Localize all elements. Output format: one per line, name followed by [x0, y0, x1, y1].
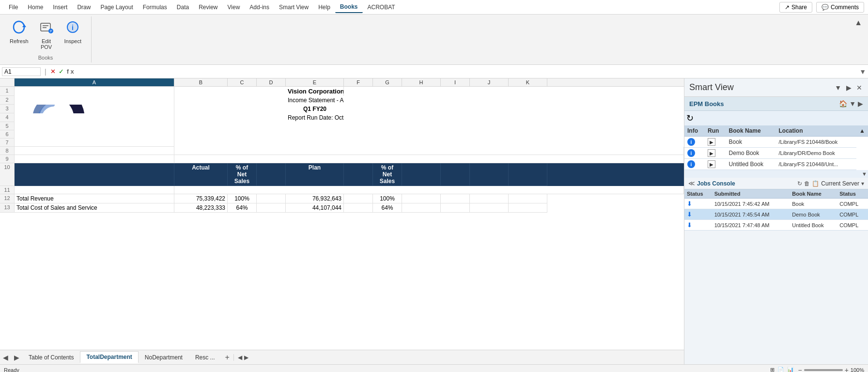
cell-E12-plan[interactable]: 76,932,643: [286, 194, 344, 203]
menu-formulas[interactable]: Formulas: [138, 2, 172, 13]
cell-C12-pct1[interactable]: 100%: [228, 194, 257, 203]
tab-no-department[interactable]: NoDepartment: [139, 352, 189, 363]
formula-input[interactable]: [76, 68, 857, 76]
epm-books-expand-icon[interactable]: ▼: [849, 100, 856, 108]
menu-view[interactable]: View: [223, 2, 245, 13]
job-bookname-2[interactable]: Untitled Book: [790, 220, 837, 231]
tab-next-arrow[interactable]: ▶: [244, 354, 248, 361]
epm-refresh-icon[interactable]: ↻: [686, 113, 694, 123]
page-break-icon[interactable]: 📊: [787, 367, 794, 372]
book-info-btn-2[interactable]: i: [687, 160, 695, 168]
tab-scroll-left[interactable]: ◀: [0, 352, 11, 363]
col-header-J[interactable]: J: [470, 78, 509, 86]
share-button[interactable]: ↗ Share: [779, 2, 812, 13]
job-dl-1[interactable]: ⬇: [684, 209, 712, 220]
cell-A12-label[interactable]: Total Revenue: [15, 194, 174, 203]
ribbon-collapse-button[interactable]: ▲: [852, 16, 864, 29]
cell-B13-actual[interactable]: 48,223,333: [174, 203, 228, 213]
page-layout-icon[interactable]: 📄: [777, 367, 784, 372]
menu-draw[interactable]: Draw: [72, 2, 95, 13]
job-download-icon-0[interactable]: ⬇: [687, 200, 692, 207]
menu-insert[interactable]: Insert: [48, 2, 72, 13]
zoom-slider[interactable]: [804, 369, 843, 371]
col-header-F[interactable]: F: [344, 78, 373, 86]
insert-function-icon[interactable]: f x: [67, 68, 74, 75]
book-run-2[interactable]: ▶: [705, 159, 726, 170]
col-header-A[interactable]: A: [15, 78, 174, 86]
formula-expand-button[interactable]: ▼: [859, 68, 866, 76]
book-info-0[interactable]: i: [684, 137, 705, 148]
grid-scroll[interactable]: 1 Vision Corporation: [0, 87, 684, 350]
book-info-2[interactable]: i: [684, 159, 705, 170]
col-header-E[interactable]: E: [286, 78, 344, 86]
cancel-formula-icon[interactable]: ✕: [50, 68, 56, 75]
col-header-C[interactable]: C: [228, 78, 257, 86]
book-info-btn-0[interactable]: i: [687, 138, 695, 146]
comments-button[interactable]: 💬 Comments: [816, 2, 864, 13]
jobs-refresh-icon[interactable]: ↻: [797, 180, 802, 187]
col-header-D[interactable]: D: [257, 78, 286, 86]
jobs-console-collapse-icon[interactable]: ≪: [688, 180, 695, 187]
menu-page-layout[interactable]: Page Layout: [95, 2, 138, 13]
cell-C13-pct1[interactable]: 64%: [228, 203, 257, 213]
cell-G12-pct2[interactable]: 100%: [373, 194, 402, 203]
job-bookname-1[interactable]: Demo Book: [790, 209, 837, 220]
menu-file[interactable]: File: [4, 2, 23, 13]
jobs-server-dropdown[interactable]: ▾: [861, 180, 864, 187]
col-header-I[interactable]: I: [441, 78, 470, 86]
normal-view-icon[interactable]: ⊞: [770, 367, 775, 372]
menu-acrobat[interactable]: ACROBAT: [363, 2, 400, 13]
col-header-G[interactable]: G: [373, 78, 402, 86]
menu-home[interactable]: Home: [23, 2, 48, 13]
menu-review[interactable]: Review: [194, 2, 222, 13]
book-run-btn-1[interactable]: ▶: [708, 149, 715, 157]
book-info-btn-1[interactable]: i: [687, 149, 695, 157]
epm-books-more-icon[interactable]: ▶: [858, 100, 863, 108]
menu-smart-view[interactable]: Smart View: [274, 2, 313, 13]
tab-add-button[interactable]: +: [221, 351, 233, 364]
book-run-btn-2[interactable]: ▶: [708, 160, 715, 168]
job-download-icon-1[interactable]: ⬇: [687, 211, 692, 218]
inspect-button[interactable]: i Inspect: [61, 16, 85, 53]
tab-resc[interactable]: Resc ...: [189, 352, 221, 363]
jobs-delete-icon[interactable]: 🗑: [804, 180, 810, 187]
job-bookname-0[interactable]: Book: [790, 199, 837, 209]
col-header-B[interactable]: B: [174, 78, 228, 86]
col-header-H[interactable]: H: [402, 78, 441, 86]
sv-expand-icon[interactable]: ▶: [845, 83, 852, 93]
menu-help[interactable]: Help: [313, 2, 335, 13]
confirm-formula-icon[interactable]: ✓: [59, 68, 64, 75]
refresh-button[interactable]: Refresh: [6, 16, 32, 53]
book-name-2[interactable]: Untitled Book: [726, 159, 776, 170]
menu-addins[interactable]: Add-ins: [245, 2, 274, 13]
cell-E13-plan[interactable]: 44,107,044: [286, 203, 344, 213]
tab-total-department[interactable]: TotalDepartment: [80, 351, 138, 363]
sv-dropdown-icon[interactable]: ▼: [834, 83, 842, 93]
zoom-in-button[interactable]: +: [845, 366, 849, 372]
epm-books-home-icon[interactable]: 🏠: [839, 100, 847, 108]
job-dl-0[interactable]: ⬇: [684, 199, 712, 209]
tab-table-of-contents[interactable]: Table of Contents: [22, 352, 80, 363]
cell-A13-label[interactable]: Total Cost of Sales and Service: [15, 203, 174, 213]
job-dl-2[interactable]: ⬇: [684, 220, 712, 231]
edit-pov-button[interactable]: P Edit POV: [34, 16, 59, 53]
cell-reference-input[interactable]: [2, 67, 41, 76]
book-run-1[interactable]: ▶: [705, 148, 726, 159]
menu-books[interactable]: Books: [335, 1, 363, 13]
job-download-icon-2[interactable]: ⬇: [687, 221, 692, 229]
tab-scroll-right[interactable]: ▶: [11, 352, 22, 363]
cell-G13-pct2[interactable]: 64%: [373, 203, 402, 213]
cell-B12-actual[interactable]: 75,339,422: [174, 194, 228, 203]
zoom-out-button[interactable]: −: [798, 366, 802, 372]
book-run-btn-0[interactable]: ▶: [708, 138, 715, 146]
jobs-copy-icon[interactable]: 📋: [812, 180, 819, 187]
book-run-0[interactable]: ▶: [705, 137, 726, 148]
cell-A1[interactable]: [15, 87, 174, 96]
books-scroll-down[interactable]: ▼: [862, 171, 867, 177]
book-info-1[interactable]: i: [684, 148, 705, 159]
menu-data[interactable]: Data: [172, 2, 194, 13]
tab-prev-arrow[interactable]: ◀: [238, 354, 242, 361]
book-name-1[interactable]: Demo Book: [726, 148, 776, 159]
sv-close-icon[interactable]: ✕: [855, 83, 863, 93]
col-header-K[interactable]: K: [509, 78, 547, 86]
